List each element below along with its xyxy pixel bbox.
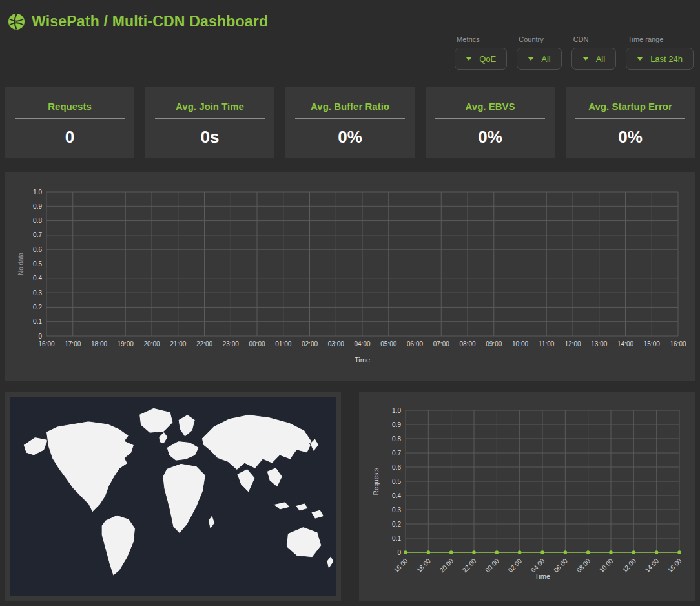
y-axis-title: Requests <box>373 468 380 495</box>
world-map-svg <box>10 397 336 596</box>
stat-divider <box>15 118 125 119</box>
y-axis-tick-label: 0.5 <box>392 478 401 485</box>
y-axis-tick-label: 0.7 <box>33 231 42 238</box>
filter-time-range: Time range Last 24h <box>626 36 694 70</box>
x-axis-tick-label: 09:00 <box>486 340 502 348</box>
cdn-dropdown[interactable]: All <box>571 48 616 70</box>
filter-country: Country All <box>517 36 561 70</box>
qoe-chart-panel: 1.00.90.80.70.60.50.40.30.20.1016:0017:0… <box>5 172 695 381</box>
x-axis-tick-label: 15:00 <box>644 340 660 348</box>
stat-label: Requests <box>5 101 134 112</box>
stat-card-avg-buffer-ratio: Avg. Buffer Ratio 0% <box>285 87 415 158</box>
metrics-dropdown[interactable]: QoE <box>455 48 507 70</box>
y-axis-tick-label: 0.2 <box>33 304 42 311</box>
x-axis-tick-label: 12:00 <box>621 557 637 574</box>
y-axis-tick-label: 0 <box>397 549 401 556</box>
y-axis-tick-label: 0.2 <box>392 521 401 528</box>
y-axis-tick-label: 0.4 <box>392 492 401 499</box>
x-axis-tick-label: 16:00 <box>666 557 683 574</box>
chevron-down-icon <box>582 57 589 61</box>
data-point-marker <box>564 550 568 554</box>
x-axis-tick-label: 20:00 <box>438 557 455 574</box>
region-asia <box>201 415 312 470</box>
region-north-america <box>46 421 134 512</box>
stat-divider <box>295 118 405 119</box>
y-axis-tick-label: 0.9 <box>33 203 42 210</box>
y-axis-tick-label: 1.0 <box>33 189 42 196</box>
x-axis-tick-label: 05:00 <box>380 340 396 348</box>
x-axis-tick-label: 21:00 <box>170 340 186 348</box>
x-axis-tick-label: 10:00 <box>512 340 528 348</box>
stat-divider <box>435 118 545 119</box>
y-axis-tick-label: 0.1 <box>392 535 401 542</box>
filter-cdn-label: CDN <box>573 36 616 43</box>
y-axis-tick-label: 0.1 <box>33 318 42 325</box>
region-indonesia-east <box>296 503 309 511</box>
x-axis-tick-label: 06:00 <box>552 557 569 574</box>
stat-label: Avg. Join Time <box>145 101 274 112</box>
page-title: WisePath / Multi-CDN Dashboard <box>32 13 268 30</box>
world-map[interactable] <box>10 397 336 596</box>
y-axis-tick-label: 0.6 <box>392 464 401 471</box>
y-axis-tick-label: 0.9 <box>392 421 401 428</box>
y-axis-title: No data <box>17 253 25 275</box>
stat-divider <box>575 118 685 119</box>
region-uk <box>159 432 168 443</box>
stat-label: Avg. EBVS <box>426 101 555 112</box>
stat-label: Avg. Startup Error <box>566 101 695 112</box>
stat-cards-row: Requests 0 Avg. Join Time 0s Avg. Buffer… <box>5 87 695 158</box>
chevron-down-icon <box>637 57 643 61</box>
x-axis-tick-label: 06:00 <box>407 340 423 348</box>
x-axis-tick-label: 23:00 <box>223 340 239 348</box>
data-point-marker <box>518 550 522 554</box>
region-europe <box>167 441 199 461</box>
requests-chart[interactable]: 1.00.90.80.70.60.50.40.30.20.1016:0018:0… <box>359 392 695 601</box>
x-axis-tick-label: 02:00 <box>302 340 318 348</box>
stat-card-avg-startup-error: Avg. Startup Error 0% <box>566 87 695 158</box>
data-point-marker <box>427 550 431 554</box>
x-axis-tick-label: 14:00 <box>644 557 661 574</box>
x-axis-tick-label: 19:00 <box>118 340 134 348</box>
filter-country-label: Country <box>519 36 561 43</box>
filter-time-range-label: Time range <box>628 36 694 43</box>
chevron-down-icon <box>466 57 472 61</box>
y-axis-tick-label: 0.4 <box>33 275 42 282</box>
region-madagascar <box>208 515 214 530</box>
data-point-marker <box>655 550 659 554</box>
x-axis-tick-label: 11:00 <box>539 340 555 348</box>
data-point-marker <box>449 550 453 554</box>
x-axis-tick-label: 08:00 <box>575 557 592 574</box>
region-australia <box>286 527 321 558</box>
qoe-chart[interactable]: 1.00.90.80.70.60.50.40.30.20.1016:0017:0… <box>5 172 695 381</box>
x-axis-tick-label: 02:00 <box>507 557 524 574</box>
app-logo-icon <box>8 13 25 30</box>
region-scandinavia <box>178 415 195 437</box>
x-axis-tick-label: 18:00 <box>415 557 432 574</box>
country-dropdown[interactable]: All <box>517 48 561 70</box>
stat-value: 0% <box>426 127 555 147</box>
x-axis-tick-label: 04:00 <box>354 340 370 348</box>
y-axis-tick-label: 0.3 <box>33 289 42 297</box>
x-axis-tick-label: 20:00 <box>143 340 160 348</box>
stat-card-avg-join-time: Avg. Join Time 0s <box>145 87 274 158</box>
y-axis-tick-label: 0.8 <box>33 217 42 224</box>
data-point-marker <box>677 550 681 554</box>
x-axis-tick-label: 14:00 <box>617 340 633 348</box>
x-axis-tick-label: 04:00 <box>530 557 546 574</box>
x-axis-title: Time <box>535 572 550 580</box>
data-point-marker <box>495 550 499 554</box>
metrics-dropdown-value: QoE <box>479 54 496 64</box>
x-axis-tick-label: 16:00 <box>670 340 686 348</box>
filter-metrics-label: Metrics <box>457 36 507 43</box>
time-range-dropdown[interactable]: Last 24h <box>626 48 694 70</box>
world-map-panel <box>5 392 341 601</box>
chevron-down-icon <box>528 57 534 61</box>
y-axis-tick-label: 0 <box>38 333 42 340</box>
x-axis-tick-label: 10:00 <box>598 557 615 574</box>
y-axis-tick-label: 1.0 <box>392 407 401 414</box>
x-axis-tick-label: 16:00 <box>393 557 409 574</box>
requests-chart-panel: 1.00.90.80.70.60.50.40.30.20.1016:0018:0… <box>359 392 695 601</box>
country-dropdown-value: All <box>541 54 550 64</box>
filter-bar: Metrics QoE Country All CDN All Time ran… <box>455 36 694 70</box>
stat-divider <box>155 118 265 119</box>
